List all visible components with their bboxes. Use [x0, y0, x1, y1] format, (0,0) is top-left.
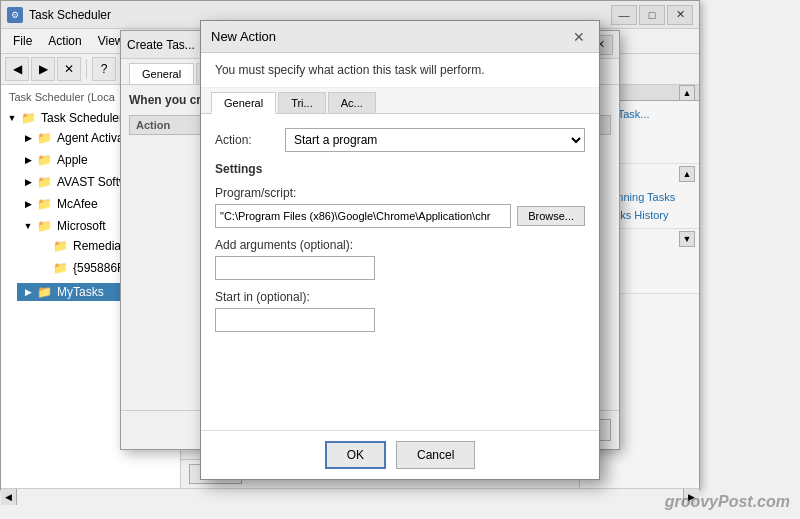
right-scroll-down2[interactable]: ▼ — [679, 231, 695, 247]
folder-icon-mytasks: 📁 — [37, 285, 53, 299]
tree-label-microsoft: Microsoft — [57, 219, 106, 233]
action-field-row: Action: Start a program Send an e-mail D… — [215, 128, 585, 152]
expand-icon-guid — [37, 261, 51, 275]
tree-label-mcafee: McAfee — [57, 197, 98, 211]
start-in-row: Start in (optional): — [215, 290, 585, 332]
h-scroll-track — [17, 489, 683, 504]
menu-action[interactable]: Action — [40, 31, 89, 51]
folder-icon-guid: 📁 — [53, 261, 69, 275]
program-input-row: Browse... — [215, 204, 585, 228]
expand-icon-mcafee: ▶ — [21, 197, 35, 211]
h-scrollbar[interactable]: ◀ ▶ — [1, 488, 699, 504]
right-scroll-up2[interactable]: ▲ — [679, 166, 695, 182]
d-tab-general[interactable]: General — [211, 92, 276, 114]
start-in-label: Start in (optional): — [215, 290, 585, 304]
stop-btn[interactable]: ✕ — [57, 57, 81, 81]
expand-icon-mytasks: ▶ — [21, 285, 35, 299]
program-section: Program/script: Browse... — [215, 186, 585, 228]
dialog-footer: OK Cancel — [201, 430, 599, 479]
start-in-input[interactable] — [215, 308, 375, 332]
folder-icon-mcafee: 📁 — [37, 197, 53, 211]
menu-file[interactable]: File — [5, 31, 40, 51]
expand-icon-root: ▼ — [5, 111, 19, 125]
dialog-close-btn[interactable]: ✕ — [569, 27, 589, 47]
d-tab-triggers[interactable]: Tri... — [278, 92, 326, 113]
dialog-subtitle: You must specify what action this task w… — [201, 53, 599, 88]
dialog-tabs: General Tri... Ac... — [201, 88, 599, 114]
folder-icon-apple: 📁 — [37, 153, 53, 167]
help-btn[interactable]: ? — [92, 57, 116, 81]
d-tab-actions[interactable]: Ac... — [328, 92, 376, 113]
expand-icon-avast: ▶ — [21, 175, 35, 189]
add-args-input[interactable] — [215, 256, 375, 280]
main-close-btn[interactable]: ✕ — [667, 5, 693, 25]
expand-icon-microsoft: ▼ — [21, 219, 35, 233]
folder-icon-microsoft: 📁 — [37, 219, 53, 233]
browse-btn[interactable]: Browse... — [517, 206, 585, 226]
minimize-btn[interactable]: — — [611, 5, 637, 25]
ok-btn[interactable]: OK — [325, 441, 386, 469]
maximize-btn[interactable]: □ — [639, 5, 665, 25]
dialog-title-bar: New Action ✕ — [201, 21, 599, 53]
dialog-cancel-btn[interactable]: Cancel — [396, 441, 475, 469]
forward-btn[interactable]: ▶ — [31, 57, 55, 81]
action-select[interactable]: Start a program Send an e-mail Display a… — [285, 128, 585, 152]
expand-icon-remediation — [37, 239, 51, 253]
expand-icon-apple: ▶ — [21, 153, 35, 167]
h-scroll-left[interactable]: ◀ — [1, 489, 17, 505]
app-icon: ⚙ — [7, 7, 23, 23]
program-label: Program/script: — [215, 186, 585, 200]
settings-section: Settings Program/script: Browse... Add a… — [215, 162, 585, 332]
expand-icon-agent: ▶ — [21, 131, 35, 145]
folder-icon-agent: 📁 — [37, 131, 53, 145]
folder-icon-remediation: 📁 — [53, 239, 69, 253]
action-label: Action: — [215, 133, 285, 147]
tree-label-mytasks: MyTasks — [57, 285, 104, 299]
new-action-dialog: New Action ✕ You must specify what actio… — [200, 20, 600, 480]
settings-title: Settings — [215, 162, 585, 176]
dialog-body: Action: Start a program Send an e-mail D… — [201, 114, 599, 356]
folder-icon-root: 📁 — [21, 111, 37, 125]
toolbar-separator — [86, 59, 87, 79]
watermark: groovyPost.com — [665, 493, 790, 511]
dialog-title-text: New Action — [211, 29, 569, 44]
right-scroll-up[interactable]: ▲ — [679, 85, 695, 101]
back-btn[interactable]: ◀ — [5, 57, 29, 81]
program-input[interactable] — [215, 204, 511, 228]
title-controls: — □ ✕ — [611, 5, 693, 25]
add-args-row: Add arguments (optional): — [215, 238, 585, 280]
ct-tab-general[interactable]: General — [129, 63, 194, 84]
tree-label-apple: Apple — [57, 153, 88, 167]
folder-icon-avast: 📁 — [37, 175, 53, 189]
add-args-label: Add arguments (optional): — [215, 238, 585, 252]
